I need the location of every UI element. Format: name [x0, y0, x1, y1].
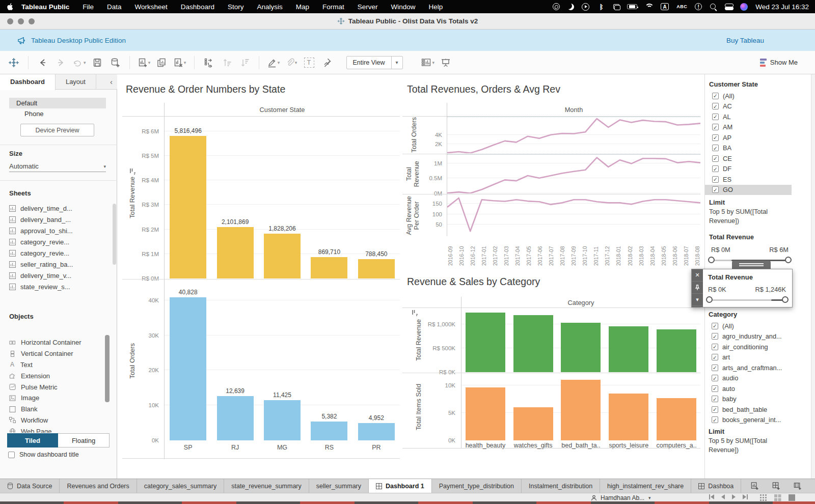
x-category-label[interactable]: RJ: [211, 444, 258, 451]
siri-icon[interactable]: [740, 3, 748, 11]
collapse-sidebar-icon[interactable]: ‹: [105, 74, 117, 89]
control-center-icon[interactable]: [725, 4, 732, 10]
input-source-icon[interactable]: A: [661, 3, 669, 10]
object-item-pulse-metric[interactable]: Pulse Metric: [9, 381, 104, 393]
fit-selector[interactable]: Entire View ▾: [346, 56, 403, 69]
menu-item-dashboard[interactable]: Dashboard: [181, 3, 214, 11]
bar-health_beauty[interactable]: [466, 313, 505, 372]
objects-scrollbar[interactable]: [105, 335, 110, 402]
filter-item[interactable]: ✓arts_and_craftman...: [704, 362, 806, 373]
filter-item[interactable]: ✓audio: [704, 373, 806, 384]
bar-watches_gifts[interactable]: [513, 407, 553, 440]
pin-button[interactable]: [320, 55, 334, 70]
object-item-text[interactable]: AText: [9, 359, 104, 371]
sheet-item[interactable]: seller_rating_ba...: [9, 259, 109, 270]
clear-sheet-button[interactable]: ▾: [173, 55, 186, 70]
tableau-home-button[interactable]: [7, 55, 20, 70]
duplicate-sheet-button[interactable]: [155, 55, 169, 70]
bar-SP[interactable]: [170, 136, 206, 278]
redo-button[interactable]: [54, 55, 67, 70]
bar-sports_leisure[interactable]: [609, 326, 648, 372]
filter-item[interactable]: ✓GO: [705, 185, 792, 195]
checkbox-unchecked[interactable]: [8, 452, 15, 458]
filter-item[interactable]: ✓AM: [705, 122, 807, 133]
presentation-mode-button[interactable]: [439, 55, 452, 70]
caret-down-icon[interactable]: ▾: [295, 60, 297, 65]
attach-button[interactable]: ▾: [285, 55, 298, 70]
bar-bed_bath_ta..[interactable]: [561, 380, 601, 440]
caret-down-icon[interactable]: ▾: [278, 60, 280, 65]
menu-item-window[interactable]: Window: [391, 3, 416, 11]
checkbox-checked[interactable]: ✓: [712, 124, 719, 130]
tab-revenues-and-orders[interactable]: Revenues and Orders: [60, 479, 137, 493]
user-menu[interactable]: Hamdhaan Ab... ▾: [591, 494, 651, 501]
object-item-image[interactable]: Image: [9, 393, 104, 404]
checkbox-checked[interactable]: ✓: [712, 354, 718, 360]
object-item-extension[interactable]: Extension: [9, 370, 104, 381]
tab-payment_type_distribution[interactable]: Payment_type_distribution: [432, 479, 522, 493]
filter-card-drag-handle[interactable]: [732, 261, 771, 269]
bar-PR[interactable]: [358, 259, 395, 278]
tab-data-source[interactable]: Data Source: [0, 479, 60, 493]
filter-item[interactable]: ✓bed_bath_table: [704, 404, 806, 415]
show-filmstrip-view-icon[interactable]: [774, 494, 781, 501]
filter-item[interactable]: ✓ES: [705, 174, 807, 185]
checkbox-checked[interactable]: ✓: [712, 333, 718, 340]
sort-descending-button[interactable]: [238, 55, 251, 70]
moon-icon[interactable]: [567, 4, 574, 10]
alert-icon[interactable]: !: [695, 3, 702, 10]
checkbox-checked[interactable]: ✓: [712, 114, 719, 120]
menu-item-data[interactable]: Data: [107, 3, 122, 11]
caret-down-icon[interactable]: ▾: [148, 60, 151, 65]
filter-item[interactable]: ✓DF: [705, 164, 807, 175]
menu-item-map[interactable]: Map: [296, 3, 309, 11]
filter-item[interactable]: ✓BA: [705, 143, 807, 154]
bar-bed_bath_ta..[interactable]: [561, 323, 601, 372]
checkbox-checked[interactable]: ✓: [712, 186, 719, 193]
menu-item-help[interactable]: Help: [429, 3, 443, 11]
checkbox-checked[interactable]: ✓: [712, 396, 718, 402]
swap-axes-button[interactable]: [202, 55, 215, 70]
tab-dashboard[interactable]: Dashboard: [0, 74, 56, 90]
filter-item[interactable]: ✓baby: [704, 394, 806, 405]
sheet-item[interactable]: delivery_time_v...: [9, 270, 109, 281]
device-default[interactable]: Default: [9, 98, 106, 108]
first-sheet-button[interactable]: [709, 494, 714, 499]
checkbox-checked[interactable]: ✓: [712, 134, 719, 141]
checkbox-checked[interactable]: ✓: [712, 416, 718, 423]
checkbox-checked[interactable]: ✓: [712, 406, 718, 413]
sort-ascending-button[interactable]: [220, 55, 233, 70]
filter-item[interactable]: ✓(All): [704, 321, 806, 331]
new-dashboard-tab-button[interactable]: [769, 480, 782, 492]
last-sheet-button[interactable]: [743, 494, 748, 499]
wifi-icon[interactable]: [645, 4, 653, 10]
checkbox-checked[interactable]: ✓: [712, 365, 718, 371]
bar-SP[interactable]: [170, 297, 206, 440]
bar-MG[interactable]: [264, 234, 301, 278]
new-worksheet-button[interactable]: ▾: [138, 55, 151, 70]
filter-item[interactable]: ✓auto: [704, 383, 806, 394]
filter-item[interactable]: ✓CE: [705, 153, 807, 164]
slider-handle-min[interactable]: [708, 257, 715, 263]
filter-item[interactable]: ✓agro_industry_and...: [704, 331, 806, 342]
sheet-item[interactable]: category_revie...: [9, 247, 109, 259]
save-button[interactable]: [91, 55, 104, 70]
bar-sports_leisure[interactable]: [609, 394, 648, 440]
x-category-label[interactable]: MG: [259, 444, 306, 451]
bar-RJ[interactable]: [217, 396, 254, 440]
filter-item[interactable]: ✓AL: [705, 111, 807, 122]
checkbox-checked[interactable]: ✓: [712, 385, 718, 392]
buy-tableau-link[interactable]: Buy Tableau: [726, 37, 764, 44]
menu-item-format[interactable]: Format: [322, 3, 344, 11]
checkbox-checked[interactable]: ✓: [712, 344, 718, 350]
show-sheet-sorter-icon[interactable]: [789, 494, 795, 501]
play-circle-icon[interactable]: [582, 3, 589, 11]
tab-layout[interactable]: Layout: [56, 74, 96, 90]
slider-handle-min[interactable]: [706, 296, 713, 303]
tab-high_instalment_rev_share[interactable]: high_instalment_rev_share: [600, 479, 691, 493]
show-me-button[interactable]: Show Me: [760, 59, 798, 67]
menu-item-analysis[interactable]: Analysis: [257, 3, 282, 11]
caret-down-icon[interactable]: ▾: [692, 294, 703, 306]
bar-RJ[interactable]: [217, 227, 254, 278]
sheet-item[interactable]: category_revie...: [9, 236, 109, 247]
